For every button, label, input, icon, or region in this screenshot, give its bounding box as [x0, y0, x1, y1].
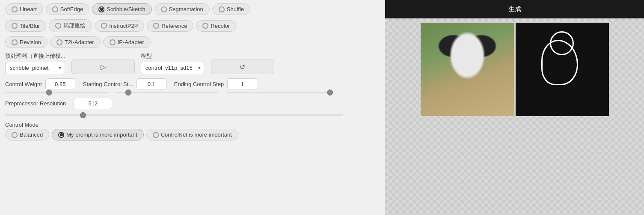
- preprocessor-resolution-label: Preprocessor Resolution: [5, 100, 66, 107]
- tab-tile[interactable]: Tile/Blur: [5, 20, 46, 32]
- preprocessor-label: 预处理器（直接上传模...: [5, 52, 65, 60]
- tab-label-softedge: SoftEdge: [60, 6, 83, 12]
- tab-label-instructp2p: InstructP2P: [109, 23, 138, 29]
- tab-segmentation[interactable]: Segmentation: [154, 3, 210, 15]
- model-group: 模型 control_v11p_sd15 ▼: [141, 52, 205, 74]
- tab-t2i[interactable]: T2I-Adapter: [50, 36, 101, 48]
- tab-instructp2p[interactable]: InstructP2P: [95, 20, 144, 32]
- tab-label-t2i: T2I-Adapter: [65, 39, 94, 45]
- control-mode-my_prompt[interactable]: My prompt is more important: [52, 129, 143, 140]
- control-mode-section: Control Mode BalancedMy prompt is more i…: [5, 122, 380, 140]
- image-preview-area: [385, 18, 644, 215]
- control-sliders: [5, 92, 380, 93]
- radio-mode-controlnet: [153, 132, 159, 138]
- tab-ipadapter[interactable]: IP-Adapter: [103, 36, 151, 48]
- preprocessor-group: 预处理器（直接上传模... scribble_pidinet ▼: [5, 52, 65, 74]
- control-mode-balanced[interactable]: Balanced: [5, 129, 49, 140]
- tab-label-revision: Revision: [20, 39, 41, 45]
- starting-control-group: Starting Control St...: [83, 78, 166, 90]
- control-mode-label: Control Mode: [5, 122, 380, 128]
- radio-mode-my_prompt: [58, 132, 64, 138]
- preprocessor-resolution-input[interactable]: [74, 98, 112, 109]
- tab-label-tile: Tile/Blur: [20, 23, 40, 29]
- ending-control-group: Ending Control Step: [174, 78, 257, 90]
- radio-local: [55, 23, 61, 29]
- generate-button[interactable]: 生成: [385, 0, 644, 18]
- tab-label-reference: Reference: [161, 23, 187, 29]
- sketch-image: [516, 23, 609, 116]
- model-label: 模型: [141, 52, 205, 60]
- radio-recolor: [202, 23, 208, 29]
- play-icon: ▷: [101, 63, 106, 71]
- model-select-wrapper: control_v11p_sd15 ▼: [141, 62, 205, 74]
- radio-segmentation: [161, 6, 167, 12]
- tab-label-ipadapter: IP-Adapter: [118, 39, 144, 45]
- tab-label-local: 局部重绘: [63, 22, 86, 30]
- tab-label-segmentation: Segmentation: [169, 6, 203, 12]
- radio-instructp2p: [101, 23, 107, 29]
- run-preprocessor-button[interactable]: ▷: [71, 60, 135, 74]
- preprocessor-resolution-row: Preprocessor Resolution: [5, 98, 380, 117]
- control-weight-input[interactable]: [45, 78, 75, 90]
- refresh-icon: ↺: [240, 63, 245, 71]
- starting-control-slider[interactable]: [116, 92, 218, 93]
- starting-control-label: Starting Control St...: [83, 81, 133, 87]
- preprocessor-model-row: 预处理器（直接上传模... scribble_pidinet ▼ ▷ 模型 co…: [5, 52, 380, 74]
- radio-lineart: [12, 6, 18, 12]
- control-weight-label: Control Weight: [5, 81, 42, 87]
- panda-image: [421, 23, 514, 116]
- model-select[interactable]: control_v11p_sd15: [141, 62, 205, 74]
- radio-revision: [12, 39, 18, 45]
- ending-control-label: Ending Control Step: [174, 81, 224, 87]
- resolution-input-row: Preprocessor Resolution: [5, 98, 380, 109]
- preprocessor-resolution-slider[interactable]: [5, 114, 343, 116]
- right-panel: 生成: [385, 0, 644, 215]
- tab-scribble[interactable]: Scribble/Sketch: [92, 3, 151, 15]
- control-mode-controlnet[interactable]: ControlNet is more important: [146, 129, 238, 140]
- tab-lineart[interactable]: Lineart: [5, 3, 43, 15]
- radio-scribble: [98, 6, 104, 12]
- control-row-inputs: Control Weight Starting Control St... En…: [5, 78, 380, 90]
- tab-local[interactable]: 局部重绘: [49, 19, 92, 32]
- resolution-slider-wrapper: [5, 111, 380, 117]
- tab-shuffle[interactable]: Shuffle: [212, 3, 250, 15]
- control-weight-group: Control Weight: [5, 78, 75, 90]
- tab-revision[interactable]: Revision: [5, 36, 47, 48]
- starting-control-input[interactable]: [137, 78, 166, 90]
- left-panel: LineartSoftEdgeScribble/SketchSegmentati…: [0, 0, 385, 215]
- radio-tile: [12, 23, 18, 29]
- control-mode-label-controlnet: ControlNet is more important: [161, 131, 232, 138]
- tab-label-scribble: Scribble/Sketch: [107, 6, 145, 12]
- control-sliders-row: Control Weight Starting Control St... En…: [5, 78, 380, 93]
- radio-shuffle: [219, 6, 225, 12]
- tab-softedge[interactable]: SoftEdge: [46, 3, 90, 15]
- reference-image: [421, 23, 514, 116]
- image-container: [421, 23, 609, 116]
- ending-control-slider[interactable]: [226, 92, 333, 93]
- radio-reference: [153, 23, 159, 29]
- radio-t2i: [56, 39, 62, 45]
- radio-softedge: [52, 6, 58, 12]
- tab-recolor[interactable]: Recolor: [196, 20, 236, 32]
- tab-label-lineart: Lineart: [20, 6, 37, 12]
- tab-reference[interactable]: Reference: [147, 20, 193, 32]
- tab-label-recolor: Recolor: [211, 23, 230, 29]
- radio-mode-balanced: [12, 132, 18, 138]
- radio-ipadapter: [110, 39, 116, 45]
- tab-row-2: Tile/Blur局部重绘InstructP2PReferenceRecolor: [5, 19, 380, 32]
- tab-row-3: RevisionT2I-AdapterIP-Adapter: [5, 36, 380, 48]
- refresh-model-button[interactable]: ↺: [211, 60, 274, 74]
- control-weight-slider[interactable]: [5, 92, 108, 93]
- ending-control-input[interactable]: [227, 78, 257, 90]
- tab-row-1: LineartSoftEdgeScribble/SketchSegmentati…: [5, 3, 380, 15]
- preprocessor-select[interactable]: scribble_pidinet: [5, 62, 65, 74]
- control-mode-label-my_prompt: My prompt is more important: [66, 131, 137, 138]
- control-mode-label-balanced: Balanced: [20, 131, 43, 138]
- control-mode-options: BalancedMy prompt is more importantContr…: [5, 129, 380, 140]
- tab-label-shuffle: Shuffle: [227, 6, 244, 12]
- preprocessor-select-wrapper: scribble_pidinet ▼: [5, 62, 65, 74]
- sketch-drawing: [516, 23, 609, 116]
